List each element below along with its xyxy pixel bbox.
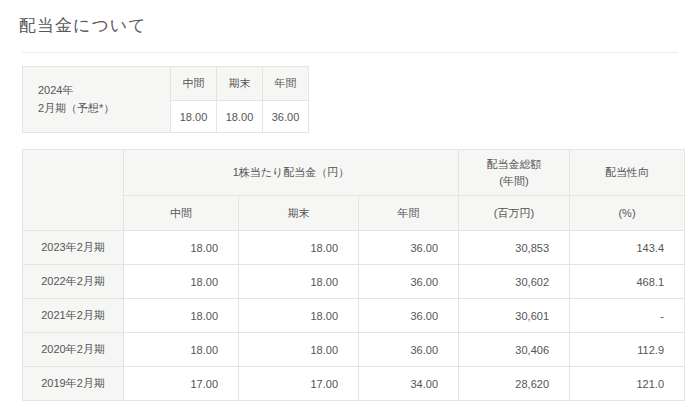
forecast-value-yearend: 18.00 bbox=[217, 101, 263, 133]
row-yearend: 18.00 bbox=[239, 299, 359, 333]
history-subheader-annual: 年間 bbox=[359, 196, 459, 231]
history-subheader-interim: 中間 bbox=[124, 196, 239, 231]
title-divider bbox=[22, 52, 678, 53]
forecast-period-line1: 2024年 bbox=[38, 82, 162, 99]
history-header-per-share: 1株当たり配当金（円） bbox=[124, 150, 459, 196]
row-total: 30,406 bbox=[459, 333, 570, 367]
row-yearend: 17.00 bbox=[239, 367, 359, 401]
history-header-total-line2: (年間) bbox=[460, 173, 568, 190]
row-interim: 18.00 bbox=[124, 333, 239, 367]
forecast-col-yearend: 期末 bbox=[217, 67, 263, 101]
row-yearend: 18.00 bbox=[239, 333, 359, 367]
history-subheader-payout-unit: (%) bbox=[570, 196, 685, 231]
table-row: 2021年2月期 18.00 18.00 36.00 30,601 - bbox=[23, 299, 685, 333]
table-row: 2022年2月期 18.00 18.00 36.00 30,602 468.1 bbox=[23, 265, 685, 299]
history-subheader-total-unit: (百万円) bbox=[459, 196, 570, 231]
row-interim: 18.00 bbox=[124, 265, 239, 299]
forecast-col-interim: 中間 bbox=[171, 67, 217, 101]
row-yearend: 18.00 bbox=[239, 265, 359, 299]
page-title: 配当金について bbox=[19, 14, 678, 37]
row-total: 30,853 bbox=[459, 231, 570, 265]
row-period: 2022年2月期 bbox=[23, 265, 124, 299]
page-content: 配当金について 2024年 2月期（予想*） 中間 期末 年間 18.00 18… bbox=[0, 0, 700, 413]
row-yearend: 18.00 bbox=[239, 231, 359, 265]
table-row: 2019年2月期 17.00 17.00 34.00 28,620 121.0 bbox=[23, 367, 685, 401]
row-payout: - bbox=[570, 299, 685, 333]
row-interim: 17.00 bbox=[124, 367, 239, 401]
forecast-header-row: 2024年 2月期（予想*） 中間 期末 年間 bbox=[23, 67, 309, 101]
row-total: 30,601 bbox=[459, 299, 570, 333]
history-header-total: 配当金総額 (年間) bbox=[459, 150, 570, 196]
forecast-value-annual: 36.00 bbox=[263, 101, 309, 133]
forecast-period-cell: 2024年 2月期（予想*） bbox=[23, 67, 171, 133]
row-interim: 18.00 bbox=[124, 231, 239, 265]
row-total: 30,602 bbox=[459, 265, 570, 299]
row-annual: 36.00 bbox=[359, 231, 459, 265]
history-subheader-yearend: 期末 bbox=[239, 196, 359, 231]
row-period: 2023年2月期 bbox=[23, 231, 124, 265]
row-payout: 468.1 bbox=[570, 265, 685, 299]
row-period: 2021年2月期 bbox=[23, 299, 124, 333]
row-annual: 36.00 bbox=[359, 265, 459, 299]
row-period: 2020年2月期 bbox=[23, 333, 124, 367]
row-payout: 112.9 bbox=[570, 333, 685, 367]
forecast-col-annual: 年間 bbox=[263, 67, 309, 101]
row-period: 2019年2月期 bbox=[23, 367, 124, 401]
row-payout: 121.0 bbox=[570, 367, 685, 401]
table-row: 2023年2月期 18.00 18.00 36.00 30,853 143.4 bbox=[23, 231, 685, 265]
row-total: 28,620 bbox=[459, 367, 570, 401]
table-row: 2020年2月期 18.00 18.00 36.00 30,406 112.9 bbox=[23, 333, 685, 367]
history-table: 1株当たり配当金（円） 配当金総額 (年間) 配当性向 中間 期末 年間 (百万… bbox=[22, 149, 685, 401]
row-annual: 34.00 bbox=[359, 367, 459, 401]
row-payout: 143.4 bbox=[570, 231, 685, 265]
row-annual: 36.00 bbox=[359, 333, 459, 367]
history-header-total-line1: 配当金総額 bbox=[460, 156, 568, 173]
history-corner-cell bbox=[23, 150, 124, 231]
forecast-period-line2: 2月期（予想*） bbox=[38, 100, 162, 117]
row-interim: 18.00 bbox=[124, 299, 239, 333]
forecast-table: 2024年 2月期（予想*） 中間 期末 年間 18.00 18.00 36.0… bbox=[22, 66, 309, 133]
forecast-value-interim: 18.00 bbox=[171, 101, 217, 133]
history-header-payout: 配当性向 bbox=[570, 150, 685, 196]
history-group-header-row: 1株当たり配当金（円） 配当金総額 (年間) 配当性向 bbox=[23, 150, 685, 196]
row-annual: 36.00 bbox=[359, 299, 459, 333]
